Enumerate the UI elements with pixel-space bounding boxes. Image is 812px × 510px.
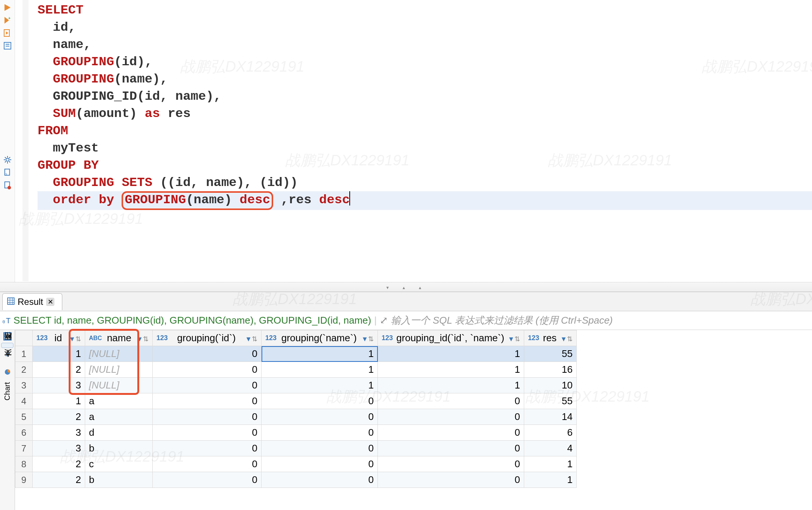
save-sql-icon[interactable]: S: [3, 168, 12, 177]
cell[interactable]: 0: [378, 393, 524, 409]
grid-view-icon[interactable]: [3, 332, 12, 340]
row-number[interactable]: 5: [15, 409, 33, 425]
editor-results-splitter[interactable]: ▾ ▴ ▴: [0, 282, 812, 292]
expand-icon[interactable]: ⤢: [380, 315, 388, 326]
row-number[interactable]: 8: [15, 456, 33, 472]
result-tab[interactable]: Result ✕: [2, 293, 62, 310]
close-icon[interactable]: ✕: [46, 298, 54, 306]
cell[interactable]: 0: [262, 472, 378, 488]
cell[interactable]: 3: [33, 425, 85, 441]
table-row[interactable]: 92b0001: [15, 472, 577, 488]
cell[interactable]: 55: [524, 393, 577, 409]
cell[interactable]: 0: [262, 425, 378, 441]
cell[interactable]: 0: [262, 409, 378, 425]
cell[interactable]: 55: [524, 346, 577, 362]
cell[interactable]: 1: [262, 362, 378, 378]
cell[interactable]: 3: [33, 441, 85, 456]
table-row[interactable]: 63d0006: [15, 425, 577, 441]
cell[interactable]: 0: [153, 346, 262, 362]
cell[interactable]: 1: [33, 346, 85, 362]
cell[interactable]: 14: [524, 409, 577, 425]
cell[interactable]: 16: [524, 362, 577, 378]
cell[interactable]: 0: [262, 441, 378, 456]
column-header[interactable]: ABCname▼⇅: [85, 330, 153, 346]
cell[interactable]: 0: [153, 409, 262, 425]
cell[interactable]: 0: [378, 409, 524, 425]
view-tab-chart[interactable]: Chart: [2, 380, 13, 403]
cell[interactable]: [NULL]: [85, 346, 153, 362]
column-header[interactable]: 123res▼⇅: [524, 330, 577, 346]
chart-view-icon[interactable]: [4, 368, 11, 377]
cell[interactable]: b: [85, 472, 153, 488]
cell[interactable]: a: [85, 393, 153, 409]
execute-script-icon[interactable]: [3, 28, 12, 38]
settings-icon[interactable]: [3, 155, 12, 164]
column-header[interactable]: 123id▼⇅: [33, 330, 85, 346]
column-header[interactable]: 123grouping(`id`)▼⇅: [153, 330, 262, 346]
table-row[interactable]: 52a00014: [15, 409, 577, 425]
table-row[interactable]: 73b0004: [15, 441, 577, 456]
table-row[interactable]: 33[NULL]01110: [15, 378, 577, 393]
table-row[interactable]: 82c0001: [15, 456, 577, 472]
cell[interactable]: 0: [378, 425, 524, 441]
explain-plan-icon[interactable]: [3, 41, 12, 50]
cell[interactable]: 1: [262, 346, 378, 362]
cell[interactable]: 0: [153, 393, 262, 409]
cell[interactable]: c: [85, 456, 153, 472]
cell[interactable]: 0: [153, 456, 262, 472]
cell[interactable]: 3: [33, 378, 85, 393]
cell[interactable]: 0: [153, 362, 262, 378]
cell[interactable]: 0: [153, 425, 262, 441]
row-number[interactable]: 3: [15, 378, 33, 393]
cell[interactable]: 0: [153, 378, 262, 393]
text-view-icon[interactable]: ≡: [5, 350, 9, 358]
row-number[interactable]: 4: [15, 393, 33, 409]
view-tab-text[interactable]: 文本: [1, 360, 14, 366]
execute-new-icon[interactable]: +: [3, 16, 12, 25]
cell[interactable]: 2: [33, 456, 85, 472]
cell[interactable]: 2: [33, 472, 85, 488]
cell[interactable]: 1: [524, 472, 577, 488]
row-number[interactable]: 7: [15, 441, 33, 456]
cell[interactable]: 2: [33, 362, 85, 378]
save-sql-error-icon[interactable]: [3, 181, 12, 190]
cell[interactable]: 0: [153, 441, 262, 456]
results-grid[interactable]: 123id▼⇅ABCname▼⇅123grouping(`id`)▼⇅123gr…: [15, 330, 812, 510]
view-tab-grid[interactable]: 网格: [1, 343, 14, 348]
cell[interactable]: 1: [33, 393, 85, 409]
filter-input[interactable]: 输入一个 SQL 表达式来过滤结果 (使用 Ctrl+Space): [391, 314, 613, 327]
row-header-corner[interactable]: [15, 330, 33, 346]
cell[interactable]: [NULL]: [85, 362, 153, 378]
cell[interactable]: 1: [524, 456, 577, 472]
cell[interactable]: 1: [378, 346, 524, 362]
cell[interactable]: b: [85, 441, 153, 456]
row-number[interactable]: 2: [15, 362, 33, 378]
cell[interactable]: 1: [378, 378, 524, 393]
cell[interactable]: 0: [153, 472, 262, 488]
cell[interactable]: 1: [262, 378, 378, 393]
cell[interactable]: 0: [378, 441, 524, 456]
cell[interactable]: 0: [262, 393, 378, 409]
cell[interactable]: a: [85, 409, 153, 425]
row-number[interactable]: 1: [15, 346, 33, 362]
cell[interactable]: 0: [378, 472, 524, 488]
cell[interactable]: 6: [524, 425, 577, 441]
table-row[interactable]: 11[NULL]01155: [15, 346, 577, 362]
sql-editor[interactable]: SELECT id, name, GROUPING(id), GROUPING(…: [23, 0, 812, 281]
table-row[interactable]: 41a00055: [15, 393, 577, 409]
table-row[interactable]: 22[NULL]01116: [15, 362, 577, 378]
column-header[interactable]: 123grouping(`name`)▼⇅: [262, 330, 378, 346]
column-header[interactable]: 123grouping_id(`id`, `name`)▼⇅: [378, 330, 524, 346]
row-number[interactable]: 6: [15, 425, 33, 441]
code-line: name,: [38, 36, 812, 53]
row-number[interactable]: 9: [15, 472, 33, 488]
cell[interactable]: 4: [524, 441, 577, 456]
execute-icon[interactable]: [3, 3, 12, 12]
cell[interactable]: 0: [262, 456, 378, 472]
cell[interactable]: 0: [378, 456, 524, 472]
cell[interactable]: [NULL]: [85, 378, 153, 393]
cell[interactable]: d: [85, 425, 153, 441]
cell[interactable]: 1: [378, 362, 524, 378]
cell[interactable]: 2: [33, 409, 85, 425]
cell[interactable]: 10: [524, 378, 577, 393]
